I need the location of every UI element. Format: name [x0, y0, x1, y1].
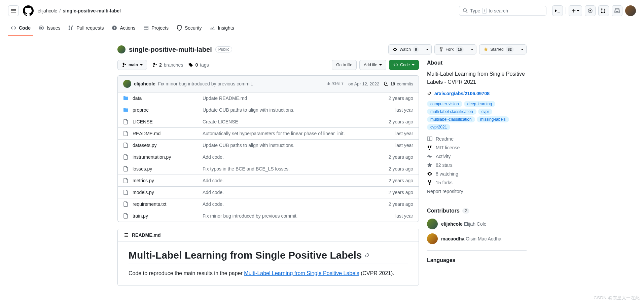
file-commit-msg[interactable]: Add code.	[203, 154, 367, 160]
history-icon	[384, 81, 389, 86]
watch-button[interactable]: Watch8	[388, 44, 423, 54]
topic-missing-labels[interactable]: missing-labels	[477, 116, 509, 122]
file-commit-msg[interactable]: Fix typos in the BCE and BCE_LS losses.	[203, 166, 367, 172]
file-commit-msg[interactable]: Fix minor bug introduced by previous com…	[203, 213, 367, 219]
file-name-cell: preproc	[123, 107, 197, 113]
topic-computer-vision[interactable]: computer-vision	[427, 101, 462, 107]
user-avatar[interactable]	[625, 5, 636, 16]
code-icon	[11, 25, 16, 31]
commit-author-avatar[interactable]	[123, 80, 131, 88]
readme-link[interactable]: Readme	[427, 136, 527, 142]
topic-cvpr[interactable]: cvpr	[478, 109, 493, 115]
file-link[interactable]: README.md	[133, 131, 160, 136]
watching-link[interactable]: 8 watching	[427, 171, 527, 177]
file-link[interactable]: metrics.py	[133, 178, 154, 183]
plus-icon	[571, 8, 576, 13]
branch-select[interactable]: main	[117, 60, 147, 70]
file-link[interactable]: datasets.py	[133, 143, 157, 148]
file-commit-msg[interactable]: Add code.	[203, 201, 367, 207]
add-file-button[interactable]: Add file	[359, 60, 386, 70]
paper-link[interactable]: Multi-Label Learning from Single Positiv…	[244, 270, 359, 276]
file-commit-msg[interactable]: Create LICENSE	[203, 119, 367, 124]
topic-cvpr2021[interactable]: cvpr2021	[427, 124, 450, 130]
contributor-item[interactable]: elijahcole Elijah Cole	[427, 219, 527, 229]
star-caret[interactable]	[518, 44, 527, 54]
commits-link[interactable]: 19commits	[384, 81, 413, 86]
breadcrumb-owner[interactable]: elijahcole	[38, 8, 57, 13]
tab-issues[interactable]: Issues	[36, 22, 63, 36]
about-link: arxiv.org/abs/2106.09708	[427, 91, 527, 96]
create-new-button[interactable]	[569, 5, 582, 16]
breadcrumb: elijahcole / single-positive-multi-label	[38, 8, 121, 13]
global-header: elijahcole / single-positive-multi-label…	[0, 0, 644, 22]
file-icon	[123, 166, 129, 172]
search-input[interactable]: Type / to search	[459, 6, 546, 16]
file-commit-msg[interactable]: Add code.	[203, 178, 367, 183]
forks-link[interactable]: 15 forks	[427, 180, 527, 185]
file-link[interactable]: models.py	[133, 190, 154, 195]
file-commit-msg[interactable]: Add code.	[203, 190, 367, 195]
github-logo[interactable]	[23, 5, 34, 16]
file-name-cell: LICENSE	[123, 119, 197, 124]
code-icon	[393, 63, 398, 67]
breadcrumb-repo[interactable]: single-positive-multi-label	[63, 8, 121, 13]
goto-file-button[interactable]: Go to file	[332, 60, 357, 70]
fork-button[interactable]: Fork15	[434, 44, 468, 54]
tab-pull-requests[interactable]: Pull requests	[66, 22, 106, 36]
branches-link[interactable]: 2branches	[152, 62, 183, 68]
file-link[interactable]: instrumentation.py	[133, 154, 171, 160]
tab-projects[interactable]: Projects	[141, 22, 171, 36]
github-icon	[23, 5, 34, 16]
file-link[interactable]: train.py	[133, 213, 148, 219]
file-commit-msg[interactable]: Update CUB paths to align with instructi…	[203, 143, 367, 148]
file-link[interactable]: losses.py	[133, 166, 152, 172]
fork-caret[interactable]	[468, 44, 476, 54]
caret-down-icon	[379, 64, 382, 66]
file-link[interactable]: requirements.txt	[133, 201, 166, 207]
report-link[interactable]: Report repository	[427, 189, 527, 194]
command-palette-button[interactable]	[552, 5, 563, 16]
commit-author[interactable]: elijahcole	[134, 81, 155, 86]
tab-security[interactable]: Security	[174, 22, 205, 36]
about-heading: About	[427, 60, 527, 66]
tab-insights[interactable]: Insights	[207, 22, 237, 36]
file-row: dataUpdate README.md2 years ago	[118, 92, 419, 104]
search-icon	[463, 8, 468, 13]
link-icon[interactable]	[364, 253, 370, 258]
file-icon	[123, 131, 129, 136]
search-kbd: /	[482, 8, 487, 14]
code-button[interactable]: Code	[389, 60, 419, 70]
owner-avatar[interactable]	[117, 45, 126, 53]
file-commit-msg[interactable]: Automatically set hyperparameters for th…	[203, 131, 367, 136]
activity-link[interactable]: Activity	[427, 154, 527, 159]
pull-requests-button[interactable]	[598, 5, 609, 16]
file-age: 2 years ago	[373, 119, 413, 124]
file-link[interactable]: LICENSE	[133, 119, 153, 124]
file-age: last year	[373, 213, 413, 219]
directory-icon	[123, 107, 129, 113]
star-button[interactable]: Starred82	[479, 44, 518, 54]
license-link[interactable]: MIT license	[427, 145, 527, 150]
topic-multilabel-classification[interactable]: multilabel-classification	[427, 116, 475, 122]
file-commit-msg[interactable]: Update CUB paths to align with instructi…	[203, 107, 367, 113]
issues-button[interactable]	[585, 5, 596, 16]
tab-actions[interactable]: Actions	[109, 22, 138, 36]
contributors-heading[interactable]: Contributors 2	[427, 208, 527, 214]
hamburger-button[interactable]	[8, 5, 19, 16]
topic-deep-learning[interactable]: deep-learning	[464, 101, 495, 107]
commit-message[interactable]: Fix minor bug introduced by previous com…	[158, 81, 253, 86]
topic-multi-label-classification[interactable]: multi-label-classification	[427, 109, 476, 115]
notifications-button[interactable]	[612, 5, 622, 16]
watch-caret[interactable]	[423, 44, 432, 54]
commit-sha[interactable]: dc936f7	[327, 81, 344, 86]
tab-code[interactable]: Code	[8, 22, 33, 36]
stars-link[interactable]: 82 stars	[427, 162, 527, 168]
file-name-cell: losses.py	[123, 166, 197, 172]
contributor-item[interactable]: macaodha Oisin Mac Aodha	[427, 233, 527, 244]
star-icon	[484, 47, 488, 52]
tags-link[interactable]: 0tags	[188, 62, 209, 68]
file-link[interactable]: data	[133, 96, 142, 101]
caret-down-icon	[471, 48, 473, 51]
file-commit-msg[interactable]: Update README.md	[203, 96, 367, 101]
file-link[interactable]: preproc	[133, 107, 148, 113]
